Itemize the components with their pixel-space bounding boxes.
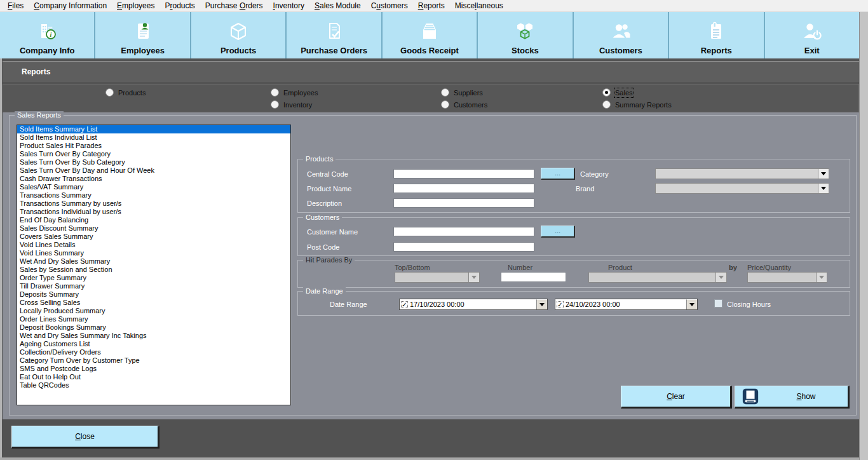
menu-item-customers[interactable]: Customers — [366, 1, 413, 11]
price-quantity-dropdown[interactable] — [747, 272, 827, 283]
list-item-sold-items-individual-list[interactable]: Sold Items Individual List — [17, 133, 290, 142]
show-button[interactable]: Show — [735, 386, 850, 409]
toolbar-company-info-button[interactable]: iCompany Info — [0, 12, 95, 58]
radio-customers[interactable]: Customers — [441, 100, 487, 109]
chevron-down-icon[interactable] — [536, 299, 547, 309]
date-to-checkbox[interactable]: ✓ — [557, 301, 564, 308]
toolbar-goods-receipt-button[interactable]: Goods Receipt — [383, 12, 478, 58]
toolbar-purchase-orders-button[interactable]: Purchase Orders — [287, 12, 382, 58]
number-input[interactable] — [501, 272, 566, 282]
radio-sales[interactable]: Sales — [602, 88, 672, 97]
menu-item-company-information[interactable]: Company Information — [29, 1, 112, 11]
menu-item-miscellaneous[interactable]: Miscellaneous — [450, 1, 508, 11]
menu-item-sales-module[interactable]: Sales Module — [309, 1, 366, 11]
toolbar-customers-button[interactable]: Customers — [574, 12, 669, 58]
chevron-down-icon[interactable] — [686, 299, 697, 309]
radio-products[interactable]: Products — [105, 88, 146, 97]
list-item-eat-out-to-help-out[interactable]: Eat Out to Help Out — [17, 373, 290, 381]
list-item-end-of-day-balancing[interactable]: End Of Day Balancing — [17, 216, 290, 224]
category-dropdown[interactable] — [655, 168, 829, 179]
central-code-browse-button[interactable]: ... — [541, 168, 575, 180]
list-item-sales-discount-summary[interactable]: Sales Discount Summary — [17, 224, 290, 233]
radio-label: Products — [118, 89, 146, 97]
list-item-sales-turn-over-by-sub-category[interactable]: Sales Turn Over By Sub Category — [17, 158, 290, 166]
top-bottom-dropdown[interactable] — [395, 272, 480, 283]
list-item-transactions-summary[interactable]: Transactions Summary — [17, 191, 290, 200]
radio-button-icon[interactable] — [441, 88, 449, 97]
closing-hours-checkbox[interactable] — [714, 299, 722, 308]
radio-employees[interactable]: Employees — [271, 88, 318, 97]
brand-dropdown[interactable] — [655, 183, 829, 194]
radio-button-icon[interactable] — [271, 88, 279, 97]
post-code-input[interactable] — [393, 242, 534, 252]
product-name-input[interactable] — [393, 184, 534, 193]
radio-button-icon[interactable] — [271, 100, 279, 109]
menu-item-purchase-orders[interactable]: Purchase Orders — [200, 1, 268, 11]
top-bottom-label: Top/Bottom — [395, 264, 430, 271]
description-input[interactable] — [393, 198, 534, 208]
chevron-down-icon[interactable] — [468, 273, 479, 282]
chevron-down-icon[interactable] — [715, 273, 726, 282]
menu-item-files[interactable]: Files — [3, 1, 29, 11]
radio-button-icon[interactable] — [105, 88, 114, 97]
list-item-product-sales-hit-parades[interactable]: Product Sales Hit Parades — [17, 142, 290, 150]
list-item-order-type-summary[interactable]: Order Type Summary — [17, 274, 290, 282]
list-item-sales-by-session-and-section[interactable]: Sales by Session and Section — [17, 266, 290, 274]
vertical-scrollbar[interactable] — [859, 12, 868, 460]
toolbar-employees-button[interactable]: Employees — [95, 12, 191, 58]
list-item-void-lines-details[interactable]: Void Lines Details — [17, 241, 290, 249]
central-code-input[interactable] — [393, 169, 534, 179]
radio-button-icon[interactable] — [602, 100, 611, 109]
customer-name-browse-button[interactable]: ... — [541, 226, 575, 238]
toolbar-button-label: Exit — [804, 46, 820, 55]
chevron-down-icon[interactable] — [818, 169, 829, 179]
menu-item-reports[interactable]: Reports — [413, 1, 450, 11]
list-item-void-lines-summary[interactable]: Void Lines Summary — [17, 249, 290, 257]
radio-summary-reports[interactable]: Summary Reports — [602, 100, 672, 109]
customer-name-input[interactable] — [393, 227, 534, 236]
toolbar-products-button[interactable]: Products — [191, 12, 287, 58]
list-item-ageing-customers-list[interactable]: Ageing Customers List — [17, 340, 290, 348]
toolbar-reports-button[interactable]: Reports — [669, 12, 764, 58]
list-item-till-drawer-summary[interactable]: Till Drawer Summary — [17, 282, 290, 290]
list-item-cash-drawer-transactions[interactable]: Cash Drawer Transactions — [17, 175, 290, 183]
list-item-covers-sales-summary[interactable]: Covers Sales Summary — [17, 233, 290, 241]
date-from-picker[interactable]: ✓ 17/10/2023 00:00 — [399, 299, 548, 310]
list-item-sold-items-summary-list[interactable]: Sold Items Summary List — [17, 125, 290, 133]
toolbar-exit-button[interactable]: Exit — [765, 12, 859, 58]
date-from-checkbox[interactable]: ✓ — [401, 301, 408, 308]
list-item-collection-delivery-orders[interactable]: Collection/Delivery Orders — [17, 348, 290, 356]
date-range-label: Date Range — [330, 301, 367, 308]
list-item-sales-turn-over-by-day-and-hour-of-week[interactable]: Sales Turn Over By Day and Hour Of Week — [17, 166, 290, 175]
list-item-order-lines-summary[interactable]: Order Lines Summary — [17, 315, 290, 323]
clear-button[interactable]: Clear — [621, 386, 732, 409]
menu-item-products[interactable]: Products — [159, 1, 200, 11]
list-item-deposit-bookings-summary[interactable]: Deposit Bookings Summary — [17, 323, 290, 332]
radio-button-icon[interactable] — [441, 100, 449, 109]
radio-inventory[interactable]: Inventory — [271, 100, 318, 109]
toolbar-stocks-button[interactable]: Stocks — [478, 12, 573, 58]
chevron-down-icon[interactable] — [816, 273, 827, 282]
close-button[interactable]: Close — [11, 426, 159, 449]
toolbar-button-label: Customers — [599, 46, 642, 55]
menu-item-employees[interactable]: Employees — [112, 1, 159, 11]
menu-item-inventory[interactable]: Inventory — [268, 1, 309, 11]
radio-suppliers[interactable]: Suppliers — [441, 88, 487, 97]
list-item-transactions-summary-by-user-s[interactable]: Transactions Summary by user/s — [17, 200, 290, 208]
list-item-transactions-individual-by-user-s[interactable]: Transactions Individual by user/s — [17, 208, 290, 216]
list-item-wet-and-dry-sales-summary-inc-takings[interactable]: Wet and Dry Sales Summary Inc Takings — [17, 332, 290, 340]
list-item-table-qrcodes[interactable]: Table QRCodes — [17, 381, 290, 389]
list-item-deposits-summary[interactable]: Deposits Summary — [17, 290, 290, 299]
chevron-down-icon[interactable] — [818, 184, 829, 193]
list-item-sms-and-postcode-logs[interactable]: SMS and Postcode Logs — [17, 365, 290, 373]
list-item-wet-and-dry-sales-summary[interactable]: Wet And Dry Sales Summary — [17, 257, 290, 266]
list-item-sales-vat-summary[interactable]: Sales/VAT Summary — [17, 183, 290, 191]
product-dropdown[interactable] — [588, 272, 727, 283]
date-to-picker[interactable]: ✓ 24/10/2023 00:00 — [555, 299, 698, 310]
list-item-category-turn-over-by-customer-type[interactable]: Category Turn Over by Customer Type — [17, 356, 290, 365]
sales-reports-listbox[interactable]: Sold Items Summary ListSold Items Indivi… — [17, 125, 291, 405]
list-item-locally-produced-summary[interactable]: Locally Produced Summary — [17, 307, 290, 315]
list-item-cross-selling-sales[interactable]: Cross Selling Sales — [17, 299, 290, 307]
radio-button-icon[interactable] — [602, 88, 611, 97]
list-item-sales-turn-over-by-category[interactable]: Sales Turn Over By Category — [17, 150, 290, 158]
